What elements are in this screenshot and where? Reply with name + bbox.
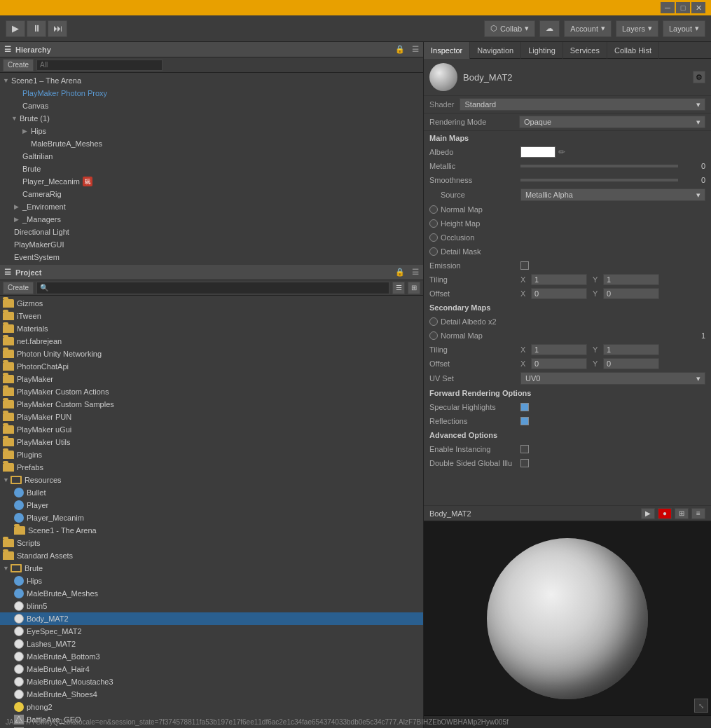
list-item[interactable]: MaleBruteA_Shoes4 [0,688,423,701]
source-dropdown[interactable]: Metallic Alpha ▾ [520,188,705,201]
uv-set-dropdown[interactable]: UV0 ▾ [520,372,705,385]
occlusion-radio[interactable] [429,233,438,242]
list-item[interactable]: PlayMaker PUN [0,411,423,423]
maximize-button[interactable]: □ [676,2,690,13]
secondary-offset-x-input[interactable] [531,358,587,369]
list-item[interactable]: ▼ Brute (1) [0,112,423,125]
list-item[interactable]: Body_MAT2 [0,612,423,625]
project-search-box[interactable]: 🔍 [36,282,389,294]
hierarchy-search[interactable] [36,60,163,71]
play-button[interactable]: ▶ [6,20,25,37]
list-item[interactable]: ▶ _Enviroment [0,200,423,213]
project-filter-button[interactable]: ⊞ [408,282,420,294]
list-item[interactable]: Gizmos [0,297,423,310]
list-item[interactable]: Scene1 - The Arena [0,524,423,537]
secondary-tiling-x-input[interactable] [531,344,587,355]
material-settings-button[interactable]: ⚙ [693,71,705,83]
list-item[interactable]: Lashes_MAT2 [0,638,423,650]
secondary-tiling-y-input[interactable] [603,344,659,355]
list-item[interactable]: PlayMaker Custom Samples [0,398,423,411]
list-item[interactable]: Player_Mecanim 玩 [0,175,423,188]
preview-rec-button[interactable]: ● [658,508,672,519]
list-item[interactable]: Plugins [0,448,423,461]
list-item[interactable]: PlayMakerGUI [0,238,423,251]
list-item[interactable]: Hips [0,575,423,587]
preview-play-button[interactable]: ▶ [641,508,655,519]
secondary-normal-map-radio[interactable] [429,331,438,340]
list-item[interactable]: MaleBruteA_Hair4 [0,663,423,675]
list-item[interactable]: PlayMaker Photon Proxy [0,87,423,99]
list-item[interactable]: Brute [0,163,423,175]
step-button[interactable]: ⏭ [48,20,67,37]
list-item[interactable]: Prefabs [0,461,423,474]
list-item[interactable]: Scripts [0,537,423,549]
normal-map-radio[interactable] [429,205,438,214]
preview-fullscreen-button[interactable]: ⤡ [694,699,708,713]
list-item[interactable]: PlayMaker Custom Actions [0,385,423,398]
tab-navigation[interactable]: Navigation [470,42,521,59]
offset-y-input[interactable] [603,288,659,299]
cloud-button[interactable]: ☁ [539,20,560,37]
list-item[interactable]: PhotonChatApi [0,360,423,373]
secondary-offset-y-input[interactable] [603,358,659,369]
list-item[interactable]: MaleBruteA_Meshes [0,587,423,600]
hierarchy-create-button[interactable]: Create [3,59,34,71]
double-sided-checkbox[interactable] [520,459,529,467]
layout-button[interactable]: Layout ▾ [663,20,705,37]
list-item[interactable]: PlayMaker [0,373,423,385]
list-item[interactable]: blinn5 [0,600,423,612]
list-item[interactable]: Materials [0,322,423,335]
list-item[interactable]: phong2 [0,701,423,713]
tiling-x-input[interactable] [531,274,587,285]
list-item[interactable]: Directional Light [0,226,423,238]
list-item[interactable]: MaleBruteA_Bottom3 [0,650,423,663]
pause-button[interactable]: ⏸ [27,20,46,37]
list-item[interactable]: Galtrilian [0,150,423,163]
collab-button[interactable]: ⬡ Collab ▾ [484,20,535,37]
list-item[interactable]: net.fabrejean [0,335,423,348]
project-search-input[interactable] [51,284,386,291]
layers-button[interactable]: Layers ▾ [616,20,658,37]
minimize-button[interactable]: ─ [661,2,675,13]
list-item[interactable]: ▼ Brute [0,562,423,575]
scene-root[interactable]: ▼ Scene1 – The Arena [0,74,423,87]
offset-x-input[interactable] [531,288,587,299]
list-item[interactable]: Player_Mecanim [0,511,423,524]
list-item[interactable]: PlayMaker Utils [0,436,423,448]
emission-checkbox[interactable] [520,261,529,270]
list-item[interactable]: Photon Unity Networking [0,348,423,360]
shader-dropdown[interactable]: Standard ▾ [460,98,705,111]
reflections-checkbox[interactable] [520,417,529,425]
list-item[interactable]: CameraRig [0,188,423,200]
smoothness-slider[interactable] [520,179,678,181]
preview-more-button[interactable]: ≡ [691,508,705,519]
list-item[interactable]: Canvas [0,99,423,112]
list-item[interactable]: ▼ Resources [0,474,423,486]
tiling-y-input[interactable] [603,274,659,285]
specular-highlights-checkbox[interactable] [520,403,529,411]
detail-mask-radio[interactable] [429,247,438,256]
list-item[interactable]: PlayMaker uGui [0,423,423,436]
list-item[interactable]: Bullet [0,486,423,499]
height-map-radio[interactable] [429,219,438,228]
account-button[interactable]: Account ▾ [564,20,612,37]
enable-instancing-checkbox[interactable] [520,445,529,453]
list-item[interactable]: EyeSpec_MAT2 [0,625,423,638]
albedo-edit-button[interactable]: ✏ [558,147,565,157]
list-item[interactable]: MaleBruteA_Meshes [0,137,423,150]
list-item[interactable]: MaleBruteA_Moustache3 [0,675,423,688]
tab-inspector[interactable]: Inspector [424,42,470,59]
albedo-color-swatch[interactable] [520,146,555,158]
metallic-slider[interactable] [520,165,678,167]
preview-settings-button[interactable]: ⊞ [675,508,689,519]
tab-lighting[interactable]: Lighting [521,42,563,59]
list-item[interactable]: iTween [0,310,423,322]
project-view-button[interactable]: ☰ [392,282,405,294]
project-create-button[interactable]: Create [3,282,34,294]
list-item[interactable]: ▶ _Managers [0,213,423,226]
rendering-mode-dropdown[interactable]: Opaque ▾ [519,116,705,128]
tab-services[interactable]: Services [563,42,607,59]
close-button[interactable]: ✕ [691,2,705,13]
list-item[interactable]: Player [0,499,423,511]
detail-albedo-radio[interactable] [429,317,438,326]
